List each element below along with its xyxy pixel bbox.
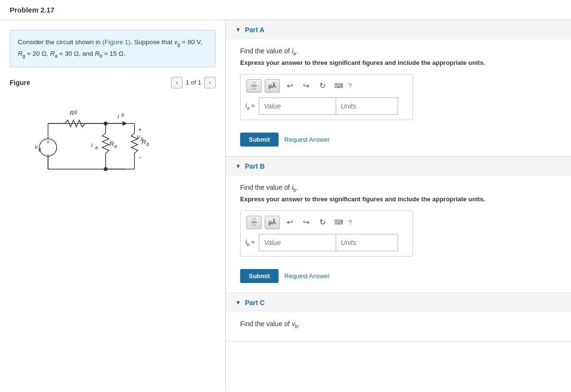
svg-text:R: R bbox=[70, 110, 74, 117]
part-b-units-input[interactable] bbox=[336, 234, 398, 251]
right-panel: ▼ Part A Find the value of ia. Express y… bbox=[226, 20, 571, 391]
part-b-toolbar: □ □ μÃ ↩ ↪ ↻ ⌨ ? bbox=[245, 216, 408, 229]
micro-button-b[interactable]: μÃ bbox=[265, 216, 280, 229]
part-a-submit-button[interactable]: Submit bbox=[240, 133, 279, 147]
part-b-button-row: Submit Request Answer bbox=[240, 269, 557, 283]
svg-text:b: b bbox=[146, 142, 149, 147]
figure-page: 1 of 1 bbox=[185, 79, 201, 86]
keyboard-button[interactable]: ⌨ bbox=[332, 79, 345, 93]
part-c-header[interactable]: ▼ Part C bbox=[226, 293, 571, 312]
fraction-button[interactable]: □ □ bbox=[246, 79, 262, 93]
problem-statement: Consider the circuit shown in (Figure 1)… bbox=[10, 30, 216, 67]
figure-title: Figure bbox=[10, 79, 30, 86]
problem-text-1: Consider the circuit shown in bbox=[18, 38, 102, 46]
part-b-section: ▼ Part B Find the value of ib. Express y… bbox=[226, 157, 571, 293]
part-a-value-input[interactable] bbox=[259, 98, 336, 115]
part-b-express-text: Express your answer to three significant… bbox=[240, 196, 557, 203]
part-b-title: Part B bbox=[245, 162, 265, 170]
part-a-button-row: Submit Request Answer bbox=[240, 133, 557, 147]
redo-button-b[interactable]: ↪ bbox=[299, 216, 313, 229]
svg-text:v: v bbox=[137, 133, 141, 140]
svg-text:R: R bbox=[142, 138, 146, 146]
part-b-submit-button[interactable]: Submit bbox=[240, 269, 279, 283]
part-a-input-row: ia = bbox=[245, 98, 408, 115]
svg-text:+: + bbox=[47, 139, 49, 145]
figure-nav: ‹ 1 of 1 › bbox=[171, 77, 216, 88]
undo-button-b[interactable]: ↩ bbox=[283, 216, 296, 229]
svg-text:g: g bbox=[74, 109, 77, 114]
svg-text:R: R bbox=[109, 140, 114, 147]
part-c-find-text: Find the value of vb. bbox=[240, 320, 557, 329]
part-b-input-row: ib = bbox=[245, 234, 408, 251]
part-b-content: Find the value of ib. Express your answe… bbox=[226, 176, 571, 293]
figure-link[interactable]: (Figure 1) bbox=[102, 38, 131, 46]
part-a-units-input[interactable] bbox=[336, 98, 398, 115]
figure-next-button[interactable]: › bbox=[204, 77, 216, 88]
part-a-express-text: Express your answer to three significant… bbox=[240, 59, 557, 66]
part-a-answer-box: □ □ μÃ ↩ ↪ ↻ ⌨ ? ia = bbox=[240, 74, 413, 120]
help-button-b[interactable]: ? bbox=[348, 219, 352, 226]
part-b-value-input[interactable] bbox=[259, 234, 336, 251]
svg-text:a: a bbox=[114, 144, 117, 149]
circuit-diagram: + v g bbox=[10, 92, 216, 188]
part-a-request-link[interactable]: Request Answer bbox=[284, 136, 330, 143]
part-c-arrow: ▼ bbox=[235, 299, 241, 306]
svg-text:g: g bbox=[38, 147, 41, 152]
svg-text:i: i bbox=[91, 142, 93, 149]
page-title: Problem 2.17 bbox=[0, 0, 571, 20]
micro-button[interactable]: μÃ bbox=[265, 79, 280, 93]
figure-section: Figure ‹ 1 of 1 › + bbox=[10, 77, 216, 188]
svg-text:+: + bbox=[138, 126, 142, 133]
svg-text:i: i bbox=[118, 113, 120, 120]
part-b-find-text: Find the value of ib. bbox=[240, 184, 557, 193]
refresh-button[interactable]: ↻ bbox=[316, 79, 329, 93]
redo-button[interactable]: ↪ bbox=[299, 79, 313, 93]
part-c-section: ▼ Part C Find the value of vb. bbox=[226, 293, 571, 342]
refresh-button-b[interactable]: ↻ bbox=[316, 216, 329, 229]
figure-prev-button[interactable]: ‹ bbox=[171, 77, 182, 88]
part-b-header[interactable]: ▼ Part B bbox=[226, 157, 571, 176]
fraction-button-b[interactable]: □ □ bbox=[246, 216, 262, 229]
left-panel: Consider the circuit shown in (Figure 1)… bbox=[0, 20, 226, 391]
part-a-arrow: ▼ bbox=[235, 26, 241, 33]
part-b-input-label: ib = bbox=[245, 238, 255, 247]
help-button[interactable]: ? bbox=[348, 82, 352, 90]
part-b-answer-box: □ □ μÃ ↩ ↪ ↻ ⌨ ? ib = bbox=[240, 210, 413, 257]
part-a-find-text: Find the value of ia. bbox=[240, 47, 557, 56]
part-a-title: Part A bbox=[245, 26, 265, 34]
part-a-input-label: ia = bbox=[245, 102, 255, 110]
part-c-content: Find the value of vb. bbox=[226, 312, 571, 342]
svg-text:a: a bbox=[95, 145, 98, 150]
part-c-title: Part C bbox=[245, 299, 265, 306]
part-b-request-link[interactable]: Request Answer bbox=[284, 272, 330, 280]
part-a-header[interactable]: ▼ Part A bbox=[226, 20, 571, 39]
svg-text:b: b bbox=[121, 112, 124, 118]
part-a-toolbar: □ □ μÃ ↩ ↪ ↻ ⌨ ? bbox=[245, 79, 408, 93]
part-a-content: Find the value of ia. Express your answe… bbox=[226, 39, 571, 156]
part-a-section: ▼ Part A Find the value of ia. Express y… bbox=[226, 20, 571, 157]
keyboard-button-b[interactable]: ⌨ bbox=[332, 216, 345, 229]
svg-text:−: − bbox=[138, 154, 142, 161]
problem-text-2: . Suppose that bbox=[131, 38, 174, 46]
undo-button[interactable]: ↩ bbox=[283, 79, 296, 93]
svg-text:v: v bbox=[35, 143, 38, 150]
part-b-arrow: ▼ bbox=[235, 163, 241, 170]
